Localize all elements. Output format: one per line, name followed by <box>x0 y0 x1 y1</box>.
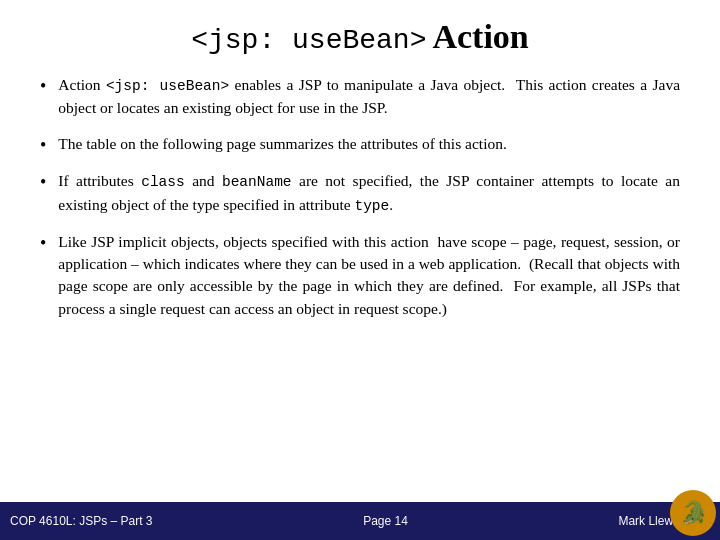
bullet-2: • The table on the following page summar… <box>40 133 680 156</box>
footer-page: Page 14 <box>363 514 408 528</box>
bullet-text-1: Action <jsp: useBean> enables a JSP to m… <box>58 74 680 119</box>
bullet-icon-2: • <box>40 135 46 156</box>
code-beanname: beanName <box>222 174 292 190</box>
footer-course: COP 4610L: JSPs – Part 3 <box>10 514 153 528</box>
bullet-text-3: If attributes class and beanName are not… <box>58 170 680 216</box>
bullet-4: • Like JSP implicit objects, objects spe… <box>40 231 680 321</box>
logo: 🐊 <box>670 490 716 536</box>
main-content: <jsp: useBean> Action • Action <jsp: use… <box>0 0 720 490</box>
logo-icon: 🐊 <box>680 500 707 526</box>
title-serif: Action <box>432 18 528 56</box>
title-mono: <jsp: useBean> <box>191 25 426 56</box>
code-class: class <box>141 174 185 190</box>
bullet-icon-1: • <box>40 76 46 97</box>
code-type: type <box>354 198 389 214</box>
code-jsp-usebean-1: <jsp: useBean> <box>106 78 229 94</box>
bullet-text-4: Like JSP implicit objects, objects speci… <box>58 231 680 321</box>
bullet-icon-4: • <box>40 233 46 254</box>
bullet-icon-3: • <box>40 172 46 193</box>
bullet-1: • Action <jsp: useBean> enables a JSP to… <box>40 74 680 119</box>
footer: COP 4610L: JSPs – Part 3 Page 14 Mark Ll… <box>0 502 720 540</box>
bullet-text-2: The table on the following page summariz… <box>58 133 507 155</box>
bullet-3: • If attributes class and beanName are n… <box>40 170 680 216</box>
slide-title: <jsp: useBean> Action <box>40 18 680 56</box>
